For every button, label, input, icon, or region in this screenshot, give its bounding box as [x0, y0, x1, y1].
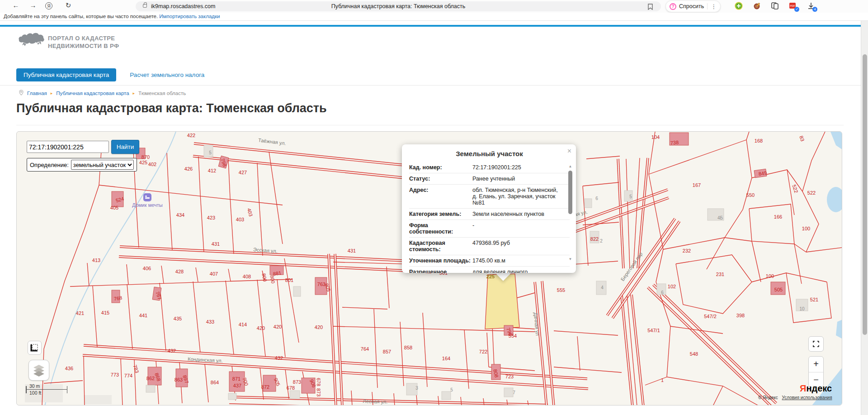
parcel-label: 774 [124, 373, 132, 378]
parcel-label: 5 [209, 150, 212, 155]
parcel-label: 432 [168, 348, 176, 353]
poi-name: Домик мечты [127, 202, 168, 208]
parcel-label: 166 [774, 214, 782, 219]
parcel-label: 700 [241, 377, 249, 386]
browser-home-icon[interactable]: Я [45, 2, 52, 10]
parcel-label: 415 [101, 310, 109, 315]
parcel-label: 441 [139, 313, 147, 318]
lock-icon [143, 4, 147, 8]
close-icon[interactable]: × [567, 147, 571, 155]
street-label: Кондинская ул. [188, 356, 223, 363]
parcel-label: 408 [243, 274, 251, 279]
browser-menu-icon[interactable]: ⋮ [711, 3, 717, 10]
breadcrumb-map[interactable]: Публичная кадастровая карта [56, 91, 129, 96]
layers-button[interactable] [28, 360, 49, 381]
back-icon[interactable]: ← [11, 1, 21, 9]
forward-icon[interactable]: → [28, 1, 38, 9]
poi-domik-mechty[interactable]: Домик мечты [127, 193, 168, 208]
parcel-label: 764 [361, 346, 369, 352]
download-icon[interactable]: 4 [807, 2, 815, 10]
parcel-label: 414 [239, 322, 247, 327]
parcel-info-popup: × Земельный участок Кад. номер:72:17:190… [402, 144, 576, 273]
popup-scrollbar[interactable]: ▲ ▼ [568, 164, 573, 261]
extension-cards-icon[interactable] [771, 2, 779, 10]
extension-green-icon[interactable] [735, 2, 743, 10]
parcel-label: 678 [287, 385, 295, 391]
street-label: Береговой пер [620, 251, 644, 282]
scale-imperial: 100 ft [26, 390, 67, 396]
parcel-label: 4Б [717, 215, 723, 220]
scale-metric: 30 m [26, 383, 67, 389]
parcel-label: 422 [187, 133, 195, 138]
parcel-label: 857 [383, 349, 391, 354]
map-attribution: © Яндекс Условия использования [758, 395, 832, 400]
parcel-label: 547/2 [704, 314, 717, 319]
parcel-label: 808 [492, 369, 500, 378]
parcel-label: 524 [115, 196, 125, 203]
parcel-label: 2 [600, 239, 603, 243]
search-group: Найти [27, 141, 109, 153]
parcel-label: 873 [293, 379, 301, 385]
parcel-label: 768 [113, 295, 123, 301]
page-tab-title: Публичная кадастровая карта: Тюменская о… [331, 3, 465, 10]
extension-stamp-icon[interactable] [753, 2, 761, 10]
bookmark-icon[interactable] [648, 4, 653, 12]
parcel-label: 232 [683, 248, 691, 253]
parcel-label: 738 [670, 139, 679, 146]
cadastral-map[interactable]: 4228704254024265412798427524405434423403… [16, 131, 842, 405]
parcel-label: 822 [590, 236, 599, 242]
parcel-label: 426 [184, 166, 193, 172]
scroll-down-icon[interactable]: ▼ [568, 257, 573, 261]
import-bookmarks-link[interactable]: Импортировать закладки [159, 14, 220, 19]
copyright-text: © Яндекс [758, 395, 778, 400]
yandex-logo[interactable]: Яндекс [800, 383, 832, 394]
refresh-icon[interactable]: ↻ [63, 1, 73, 10]
ask-ai-icon: ? [670, 3, 676, 10]
page-scroll-thumb[interactable] [863, 54, 867, 335]
zoom-in-button[interactable]: + [809, 357, 823, 372]
terms-link[interactable]: Условия использования [782, 395, 832, 400]
popup-row: Адрес:обл. Тюменская, р-н Тюменский, д. … [409, 185, 570, 209]
address-bar[interactable]: ik9map.roscadastres.com Публичная кадаст… [136, 1, 661, 11]
download-badge: 4 [812, 7, 817, 12]
site-tabs: Публичная кадастровая карта Расчет земел… [16, 68, 204, 81]
parcel-label: 555 [557, 287, 565, 293]
parcel-label: 862 [146, 376, 155, 381]
parcel-label: 104 [651, 134, 660, 140]
parcel-label: 10 [799, 306, 804, 311]
breadcrumb-home[interactable]: Главная [27, 91, 47, 96]
parcel-label: 548 [690, 351, 698, 357]
parcel-label: 428 [175, 269, 184, 274]
tab-public-cadastral-map[interactable]: Публичная кадастровая карта [16, 68, 116, 81]
parcel-label: 722 [479, 349, 487, 354]
parcel-label: 437 [233, 383, 241, 388]
parcel-label: 427 [239, 170, 247, 175]
parcel-label: 805 [324, 282, 332, 292]
parcel-label: 100 [802, 226, 810, 231]
scroll-thumb[interactable] [568, 171, 572, 214]
parcel-label: 164 [442, 356, 450, 361]
tab-land-tax-calc[interactable]: Расчет земельного налога [130, 72, 204, 78]
ask-ai-button[interactable]: Спросить [679, 3, 704, 10]
search-input[interactable] [27, 141, 109, 153]
parcel-label: 873 [316, 388, 322, 397]
parcel-label: 881 [273, 270, 282, 277]
fullscreen-button[interactable] [808, 336, 824, 352]
measure-button[interactable] [28, 341, 42, 355]
definition-label: Определение: [30, 162, 69, 168]
scroll-up-icon[interactable]: ▲ [568, 164, 573, 168]
parcel-label: 433 [206, 319, 214, 324]
parcel-label: 435 [174, 316, 182, 321]
parcel-label: 413 [92, 258, 100, 263]
parcel-label: 864 [211, 380, 219, 385]
search-button[interactable]: Найти [111, 140, 139, 154]
map-scale: 30 m 100 ft [26, 383, 67, 396]
parcel-label: 407 [210, 271, 218, 277]
url-text[interactable]: ik9map.roscadastres.com [151, 3, 215, 10]
parcel-label: 773 [111, 372, 119, 377]
definition-select[interactable]: земельный участок [71, 160, 134, 170]
extension-pdf-icon[interactable]: PDF ✓ [789, 2, 797, 10]
page-title: Публичная кадастровая карта: Тюменская о… [16, 101, 327, 115]
page-scrollbar[interactable] [861, 21, 868, 415]
street-label: Эсская ул. [253, 247, 278, 254]
